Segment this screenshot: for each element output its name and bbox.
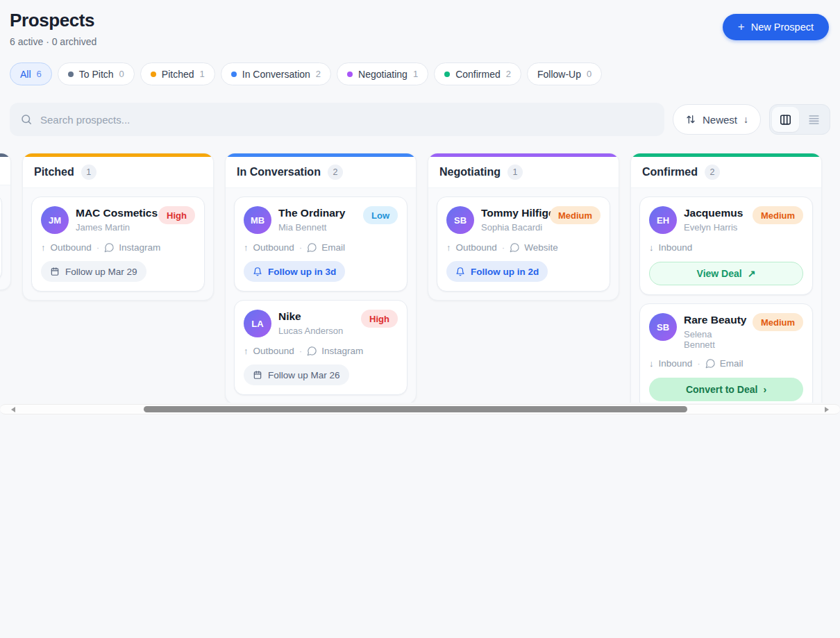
priority-badge: Medium	[753, 313, 803, 331]
column-body: SB Tommy Hilfiger Sophia Bacardi Medium …	[428, 188, 619, 300]
filter-label: In Conversation	[242, 69, 310, 80]
channel-row: ↑ Outbound · Instagram	[244, 346, 398, 356]
view-toggle	[769, 104, 830, 135]
plus-icon: +	[738, 20, 745, 34]
filter-label: Confirmed	[455, 69, 501, 80]
filter-label: All	[20, 69, 31, 80]
column-to-pitch: To Pitch	[0, 153, 11, 290]
column-negotiating: Negotiating 1 SB Tommy Hilfiger Sophia B…	[428, 153, 619, 301]
status-dot	[347, 72, 353, 77]
column-body: MB The Ordinary Mia Bennett Low ↑ Outbou…	[226, 188, 416, 403]
contact-name: Lucas Anderson	[278, 326, 343, 336]
external-arrow-icon: ↗	[748, 268, 756, 279]
followup-label: Follow up in 3d	[268, 267, 336, 277]
filter-negotiating[interactable]: Negotiating 1	[337, 62, 428, 85]
card-top-row: MB The Ordinary Mia Bennett Low	[244, 206, 398, 234]
direction-arrow-icon: ↑	[446, 242, 451, 253]
sort-button[interactable]: Newest ↓	[673, 104, 761, 135]
search-bar[interactable]	[10, 103, 664, 136]
prospect-card-nike[interactable]: LA Nike Lucas Anderson High ↑ Outbound ·	[234, 300, 408, 395]
column-body	[0, 185, 10, 289]
priority-badge: High	[361, 310, 398, 328]
filter-in-conversation[interactable]: In Conversation 2	[221, 62, 331, 85]
direction-arrow-icon: ↑	[41, 242, 46, 253]
direction-arrow-icon: ↑	[244, 346, 249, 356]
contact-name: Sophia Bacardi	[481, 222, 543, 233]
filter-count: 1	[413, 69, 418, 79]
horizontal-scrollbar[interactable]	[0, 404, 840, 414]
card-top-row: JM MAC Cosmetics James Martin High	[41, 206, 195, 234]
prospect-card-the-ordinary[interactable]: MB The Ordinary Mia Bennett Low ↑ Outbou…	[234, 196, 408, 292]
new-prospect-label: New Prospect	[751, 22, 814, 33]
filter-pitched[interactable]: Pitched 1	[140, 62, 215, 85]
filter-count: 2	[506, 69, 511, 79]
status-filter-bar: All 6 To Pitch 0 Pitched 1 In Conversati…	[10, 62, 602, 85]
channel: Email	[307, 242, 345, 253]
priority-badge: Medium	[753, 206, 803, 224]
direction-label: Inbound	[659, 358, 693, 369]
direction-label: Outbound	[51, 242, 92, 253]
filter-follow-up[interactable]: Follow-Up 0	[527, 62, 602, 85]
filter-label: Pitched	[162, 69, 194, 80]
calendar-icon	[50, 267, 60, 276]
avatar: SB	[649, 313, 677, 341]
followup-chip: Follow up Mar 26	[244, 364, 349, 385]
column-header: Pitched 1	[23, 157, 213, 188]
filter-label: To Pitch	[79, 69, 114, 80]
prospect-card[interactable]	[0, 194, 2, 281]
company-name: Jacquemus	[684, 207, 743, 219]
contact-name: Mia Bennett	[278, 222, 345, 233]
avatar: EH	[649, 206, 677, 234]
prospect-card-mac-cosmetics[interactable]: JM MAC Cosmetics James Martin High ↑ Out…	[31, 196, 205, 292]
contact-name: Evelyn Harris	[684, 222, 743, 233]
filter-to-pitch[interactable]: To Pitch 0	[58, 62, 135, 85]
convert-to-deal-button[interactable]: Convert to Deal ›	[649, 378, 803, 401]
column-body: EH Jacquemus Evelyn Harris Medium ↓ Inbo…	[631, 188, 821, 403]
priority-badge: Low	[363, 206, 398, 224]
channel-row: ↓ Inbound	[649, 242, 803, 253]
company-name: MAC Cosmetics	[76, 207, 151, 219]
column-header: Negotiating 1	[428, 157, 619, 188]
board-track: To Pitch Pitched 1 JM	[0, 153, 840, 403]
scroll-right-arrow[interactable]	[825, 407, 829, 412]
sort-arrows-icon	[685, 114, 696, 125]
contact-name: James Martin	[76, 222, 151, 233]
message-bubble-icon	[307, 346, 317, 356]
column-name: Negotiating	[439, 166, 501, 178]
channel-row: ↓ Inbound · Email	[649, 358, 803, 369]
board-view-button[interactable]	[772, 107, 799, 132]
filter-count: 6	[37, 69, 42, 79]
contact-name: Selena Bennett	[684, 329, 746, 350]
channel: Instagram	[104, 242, 160, 253]
channel: Email	[705, 358, 744, 369]
sort-label: Newest	[703, 114, 737, 126]
channel-row: ↑ Outbound · Instagram	[41, 242, 195, 253]
list-view-button[interactable]	[800, 107, 828, 132]
list-rows-icon	[807, 113, 821, 126]
header: Prospects 6 active · 0 archived + New Pr…	[10, 10, 829, 47]
prospect-card-tommy-hilfiger[interactable]: SB Tommy Hilfiger Sophia Bacardi Medium …	[437, 196, 610, 292]
column-confirmed: Confirmed 2 EH Jacquemus Evelyn Harris M…	[630, 153, 822, 403]
sort-direction-icon: ↓	[744, 114, 748, 125]
avatar: LA	[244, 310, 271, 337]
avatar: SB	[446, 206, 474, 234]
direction-arrow-icon: ↑	[244, 242, 249, 253]
filter-confirmed[interactable]: Confirmed 2	[434, 62, 521, 85]
filter-all[interactable]: All 6	[10, 62, 52, 85]
search-input[interactable]	[40, 114, 654, 126]
filter-count: 0	[119, 69, 124, 79]
company-name: Tommy Hilfiger	[481, 207, 543, 219]
column-count-badge: 2	[328, 165, 343, 180]
column-header: In Conversation 2	[226, 157, 416, 188]
view-deal-button[interactable]: View Deal ↗	[649, 262, 803, 285]
direction-arrow-icon: ↓	[649, 358, 654, 369]
separator-dot: ·	[502, 242, 505, 253]
message-bubble-icon	[510, 242, 520, 253]
prospect-card-jacquemus[interactable]: EH Jacquemus Evelyn Harris Medium ↓ Inbo…	[639, 196, 813, 295]
status-dot	[68, 72, 74, 77]
prospect-card-rare-beauty[interactable]: SB Rare Beauty Selena Bennett Medium ↓ I…	[639, 303, 813, 403]
new-prospect-button[interactable]: + New Prospect	[723, 14, 829, 40]
followup-label: Follow up Mar 26	[268, 370, 340, 380]
scrollbar-thumb[interactable]	[144, 406, 687, 412]
scroll-left-arrow[interactable]	[11, 407, 15, 412]
